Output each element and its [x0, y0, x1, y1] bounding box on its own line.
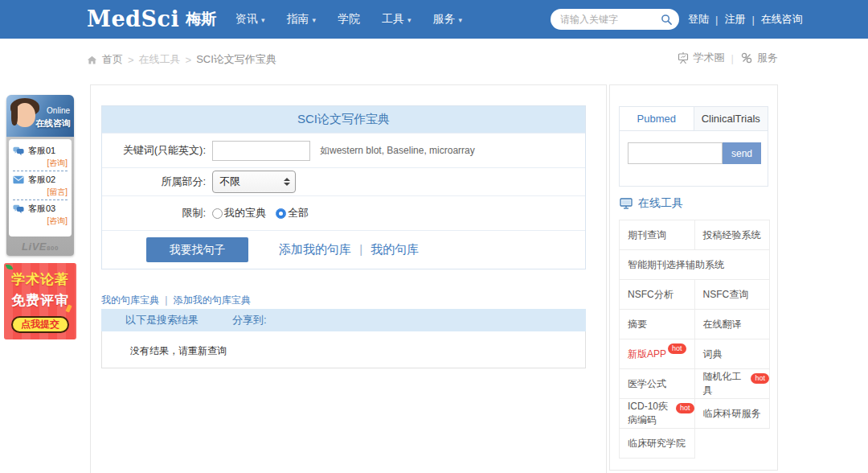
form-links: 添加我的句库 | 我的句库	[279, 242, 419, 257]
send-button[interactable]: send	[723, 142, 761, 164]
breadcrumb-right-links: 学术圈 | 服务	[677, 51, 778, 65]
monitor-icon	[620, 197, 633, 210]
hot-badge: hot	[668, 343, 686, 354]
free-review-banner[interactable]: 学术论著 免费评审 点我提交	[4, 263, 76, 339]
keyword-row: 关键词(只能英文): 如western blot, Baseline, micr…	[102, 133, 585, 167]
keyword-input[interactable]	[212, 141, 310, 161]
select-arrows-icon	[284, 178, 290, 186]
tool-link[interactable]: 临床科研服务	[695, 399, 771, 429]
limit-radio-group: 我的宝典 全部	[212, 206, 315, 220]
tool-link[interactable]: 期刊查询	[620, 220, 695, 250]
mail-icon	[13, 175, 24, 184]
breadcrumb-separator: >	[186, 54, 192, 66]
home-icon[interactable]	[87, 55, 97, 65]
right-sidebar: Pubmed ClinicalTrials send 在线工具 期刊查询投稿经验…	[609, 84, 778, 471]
keyword-label: 关键词(只能英文):	[102, 143, 212, 158]
online-consult-widget: Online 在线咨询 客服01[咨询]客服02[留言]客服03[咨询] LiV…	[6, 95, 74, 256]
nav-item-3[interactable]: 工具▾	[382, 12, 411, 27]
tool-link[interactable]: 医学公式	[620, 369, 695, 399]
consult-agent-list: 客服01[咨询]客服02[留言]客服03[咨询]	[9, 139, 72, 236]
chat-bubble-icon	[13, 146, 24, 156]
nav-item-0[interactable]: 资讯▾	[235, 12, 265, 27]
online-tools-label: 在线工具	[638, 196, 683, 211]
tool-link[interactable]: NSFC查询	[695, 280, 771, 310]
results-header: 以下是搜索结果 分享到:	[101, 309, 586, 331]
section-select-value: 不限	[219, 175, 240, 189]
tool-link[interactable]: 临床研究学院	[620, 429, 695, 459]
header-link-1[interactable]: 注册	[724, 12, 745, 27]
my-library-links: 我的句库宝典 | 添加我的句库宝典	[101, 294, 251, 307]
medsci-logo[interactable]: MedSci梅斯	[87, 6, 216, 32]
nav-item-1[interactable]: 指南▾	[287, 12, 317, 27]
tool-link[interactable]: 摘要	[620, 310, 695, 339]
radio-my-treasury[interactable]: 我的宝典	[212, 206, 266, 220]
caret-down-icon: ▾	[459, 16, 463, 24]
tab-clinicaltrials[interactable]: ClinicalTrials	[694, 107, 768, 130]
agent-action-link[interactable]: [留言]	[13, 187, 68, 198]
results-header-label: 以下是搜索结果	[125, 313, 199, 327]
breadcrumb-tools[interactable]: 在线工具	[139, 52, 181, 67]
tool-row-3: 摘要在线翻译	[620, 310, 770, 339]
submit-banner-button[interactable]: 点我提交	[11, 316, 69, 333]
chat-bubble-icon	[13, 204, 24, 214]
main-nav: 资讯▾指南▾学院工具▾服务▾	[235, 0, 462, 39]
online-label-cn: 在线咨询	[35, 117, 71, 130]
tool-link[interactable]: 词典	[695, 339, 771, 369]
radio-icon	[276, 208, 286, 219]
caret-down-icon: ▾	[261, 16, 265, 24]
live800-logo: LiVE800	[6, 241, 74, 253]
online-label-en: Online	[47, 106, 70, 115]
header-links: 登陆|注册|在线咨询	[688, 0, 803, 39]
service-label: 服务	[757, 51, 778, 65]
tool-link[interactable]: ICD-10疾病编码hot	[620, 399, 695, 429]
find-sentences-button[interactable]: 我要找句子	[146, 237, 248, 262]
header-search[interactable]	[551, 9, 679, 30]
tab-pubmed[interactable]: Pubmed	[620, 107, 694, 130]
agent-action-link[interactable]: [咨询]	[13, 216, 68, 227]
agent-name: 客服03	[28, 203, 55, 215]
pubmed-search-box: Pubmed ClinicalTrials send	[619, 106, 768, 187]
header-link-0[interactable]: 登陆	[688, 12, 709, 27]
tool-row-6: ICD-10疾病编码hot临床科研服务	[620, 399, 770, 429]
my-library-link[interactable]: 我的句库	[371, 242, 419, 256]
tool-row-7: 临床研究学院	[620, 429, 770, 459]
breadcrumb-current: SCI论文写作宝典	[196, 52, 276, 67]
pubmed-search-input[interactable]	[628, 142, 723, 164]
add-my-library-link[interactable]: 添加我的句库	[279, 242, 351, 256]
divider: |	[715, 14, 718, 26]
agent-action-link[interactable]: [咨询]	[13, 158, 68, 169]
tool-link[interactable]: NSFC分析	[620, 280, 695, 310]
breadcrumb-home[interactable]: 首页	[102, 52, 123, 67]
radio-all[interactable]: 全部	[276, 206, 309, 220]
search-icon[interactable]	[661, 14, 673, 26]
hot-badge: hot	[751, 373, 769, 384]
consult-agent-1: 客服02[留言]	[13, 171, 68, 200]
search-input[interactable]	[560, 14, 661, 25]
add-library-treasury-link[interactable]: 添加我的句库宝典	[174, 294, 251, 306]
search-results: 以下是搜索结果 分享到: 没有结果，请重新查询	[101, 309, 586, 368]
tool-link[interactable]: 在线翻译	[695, 310, 771, 339]
academic-circle-link[interactable]: 学术圈	[677, 51, 725, 65]
tool-link[interactable]: 新版APPhot	[620, 339, 695, 369]
online-tools-table: 期刊查询投稿经验系统智能期刊选择辅助系统NSFC分析NSFC查询摘要在线翻译新版…	[619, 220, 770, 459]
my-library-treasury-link[interactable]: 我的句库宝典	[101, 294, 159, 306]
page: MedSci梅斯 资讯▾指南▾学院工具▾服务▾ 登陆|注册|在线咨询 首页 > …	[0, 0, 868, 473]
tool-link[interactable]: 随机化工具hot	[695, 369, 771, 399]
header-link-2[interactable]: 在线咨询	[761, 12, 803, 27]
tool-row-4: 新版APPhot词典	[620, 339, 770, 369]
tool-row-5: 医学公式随机化工具hot	[620, 369, 770, 399]
results-body: 没有结果，请重新查询	[101, 331, 586, 368]
sci-writing-form: SCI论文写作宝典 关键词(只能英文): 如western blot, Base…	[101, 105, 586, 269]
section-row: 所属部分: 不限	[102, 167, 585, 195]
action-row: 我要找句子 添加我的句库 | 我的句库	[102, 230, 585, 269]
tool-cell-empty	[695, 429, 771, 459]
presentation-board-icon	[677, 51, 690, 64]
section-select[interactable]: 不限	[212, 171, 296, 193]
service-link[interactable]: 服务	[740, 51, 778, 65]
tool-link[interactable]: 智能期刊选择辅助系统	[620, 250, 770, 280]
limit-row: 限制: 我的宝典 全部	[102, 195, 585, 230]
nav-item-4[interactable]: 服务▾	[433, 12, 463, 27]
radio-icon	[212, 208, 223, 219]
nav-item-2[interactable]: 学院	[338, 12, 360, 27]
tool-link[interactable]: 投稿经验系统	[695, 220, 771, 250]
